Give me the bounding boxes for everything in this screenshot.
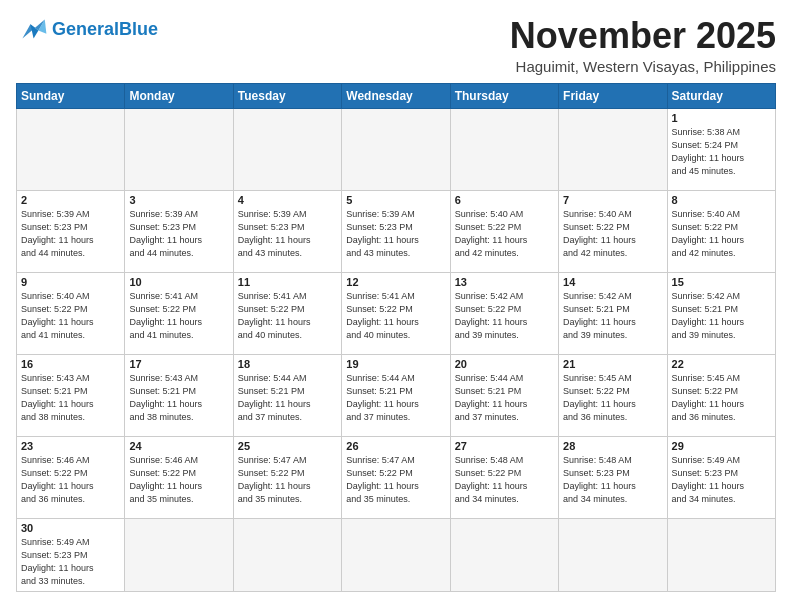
calendar-cell: 25Sunrise: 5:47 AM Sunset: 5:22 PM Dayli… xyxy=(233,436,341,518)
calendar-cell: 28Sunrise: 5:48 AM Sunset: 5:23 PM Dayli… xyxy=(559,436,667,518)
day-number: 10 xyxy=(129,276,228,288)
calendar-cell: 9Sunrise: 5:40 AM Sunset: 5:22 PM Daylig… xyxy=(17,272,125,354)
calendar-cell: 6Sunrise: 5:40 AM Sunset: 5:22 PM Daylig… xyxy=(450,190,558,272)
day-number: 22 xyxy=(672,358,771,370)
day-number: 1 xyxy=(672,112,771,124)
day-number: 24 xyxy=(129,440,228,452)
calendar-week-6: 30Sunrise: 5:49 AM Sunset: 5:23 PM Dayli… xyxy=(17,518,776,591)
day-number: 19 xyxy=(346,358,445,370)
day-info: Sunrise: 5:44 AM Sunset: 5:21 PM Dayligh… xyxy=(238,372,337,424)
day-info: Sunrise: 5:39 AM Sunset: 5:23 PM Dayligh… xyxy=(129,208,228,260)
day-info: Sunrise: 5:40 AM Sunset: 5:22 PM Dayligh… xyxy=(455,208,554,260)
calendar-week-3: 9Sunrise: 5:40 AM Sunset: 5:22 PM Daylig… xyxy=(17,272,776,354)
calendar-cell xyxy=(125,108,233,190)
weekday-header-sunday: Sunday xyxy=(17,83,125,108)
day-info: Sunrise: 5:47 AM Sunset: 5:22 PM Dayligh… xyxy=(238,454,337,506)
calendar-cell: 22Sunrise: 5:45 AM Sunset: 5:22 PM Dayli… xyxy=(667,354,775,436)
day-number: 6 xyxy=(455,194,554,206)
day-number: 8 xyxy=(672,194,771,206)
calendar-cell: 21Sunrise: 5:45 AM Sunset: 5:22 PM Dayli… xyxy=(559,354,667,436)
day-info: Sunrise: 5:42 AM Sunset: 5:22 PM Dayligh… xyxy=(455,290,554,342)
day-info: Sunrise: 5:40 AM Sunset: 5:22 PM Dayligh… xyxy=(672,208,771,260)
calendar-cell: 7Sunrise: 5:40 AM Sunset: 5:22 PM Daylig… xyxy=(559,190,667,272)
day-number: 2 xyxy=(21,194,120,206)
day-info: Sunrise: 5:44 AM Sunset: 5:21 PM Dayligh… xyxy=(455,372,554,424)
calendar-cell: 20Sunrise: 5:44 AM Sunset: 5:21 PM Dayli… xyxy=(450,354,558,436)
calendar-cell: 24Sunrise: 5:46 AM Sunset: 5:22 PM Dayli… xyxy=(125,436,233,518)
calendar-cell: 2Sunrise: 5:39 AM Sunset: 5:23 PM Daylig… xyxy=(17,190,125,272)
calendar-cell xyxy=(342,518,450,591)
day-number: 15 xyxy=(672,276,771,288)
day-info: Sunrise: 5:40 AM Sunset: 5:22 PM Dayligh… xyxy=(21,290,120,342)
calendar-cell: 30Sunrise: 5:49 AM Sunset: 5:23 PM Dayli… xyxy=(17,518,125,591)
weekday-header-tuesday: Tuesday xyxy=(233,83,341,108)
day-info: Sunrise: 5:43 AM Sunset: 5:21 PM Dayligh… xyxy=(21,372,120,424)
calendar-week-2: 2Sunrise: 5:39 AM Sunset: 5:23 PM Daylig… xyxy=(17,190,776,272)
calendar-cell: 27Sunrise: 5:48 AM Sunset: 5:22 PM Dayli… xyxy=(450,436,558,518)
calendar-cell xyxy=(233,518,341,591)
day-number: 11 xyxy=(238,276,337,288)
logo-area: GeneralBlue xyxy=(16,16,158,42)
calendar-cell: 13Sunrise: 5:42 AM Sunset: 5:22 PM Dayli… xyxy=(450,272,558,354)
calendar-cell: 11Sunrise: 5:41 AM Sunset: 5:22 PM Dayli… xyxy=(233,272,341,354)
day-info: Sunrise: 5:39 AM Sunset: 5:23 PM Dayligh… xyxy=(21,208,120,260)
calendar-cell xyxy=(450,108,558,190)
day-info: Sunrise: 5:40 AM Sunset: 5:22 PM Dayligh… xyxy=(563,208,662,260)
day-info: Sunrise: 5:39 AM Sunset: 5:23 PM Dayligh… xyxy=(346,208,445,260)
weekday-header-thursday: Thursday xyxy=(450,83,558,108)
logo: GeneralBlue xyxy=(16,16,158,42)
weekday-header-monday: Monday xyxy=(125,83,233,108)
calendar-cell xyxy=(125,518,233,591)
day-number: 23 xyxy=(21,440,120,452)
page: GeneralBlue November 2025 Haguimit, West… xyxy=(0,0,792,602)
day-number: 29 xyxy=(672,440,771,452)
day-info: Sunrise: 5:48 AM Sunset: 5:22 PM Dayligh… xyxy=(455,454,554,506)
day-info: Sunrise: 5:46 AM Sunset: 5:22 PM Dayligh… xyxy=(21,454,120,506)
calendar-cell: 8Sunrise: 5:40 AM Sunset: 5:22 PM Daylig… xyxy=(667,190,775,272)
weekday-header-friday: Friday xyxy=(559,83,667,108)
logo-icon xyxy=(16,16,48,42)
day-number: 28 xyxy=(563,440,662,452)
logo-general: General xyxy=(52,19,119,39)
calendar-cell: 29Sunrise: 5:49 AM Sunset: 5:23 PM Dayli… xyxy=(667,436,775,518)
day-info: Sunrise: 5:38 AM Sunset: 5:24 PM Dayligh… xyxy=(672,126,771,178)
day-number: 25 xyxy=(238,440,337,452)
day-number: 30 xyxy=(21,522,120,534)
weekday-header-row: SundayMondayTuesdayWednesdayThursdayFrid… xyxy=(17,83,776,108)
weekday-header-wednesday: Wednesday xyxy=(342,83,450,108)
calendar-cell xyxy=(17,108,125,190)
calendar-cell: 26Sunrise: 5:47 AM Sunset: 5:22 PM Dayli… xyxy=(342,436,450,518)
calendar-cell: 10Sunrise: 5:41 AM Sunset: 5:22 PM Dayli… xyxy=(125,272,233,354)
calendar-week-5: 23Sunrise: 5:46 AM Sunset: 5:22 PM Dayli… xyxy=(17,436,776,518)
calendar-cell: 18Sunrise: 5:44 AM Sunset: 5:21 PM Dayli… xyxy=(233,354,341,436)
day-number: 18 xyxy=(238,358,337,370)
day-info: Sunrise: 5:39 AM Sunset: 5:23 PM Dayligh… xyxy=(238,208,337,260)
logo-blue: Blue xyxy=(119,19,158,39)
calendar-cell: 16Sunrise: 5:43 AM Sunset: 5:21 PM Dayli… xyxy=(17,354,125,436)
day-number: 4 xyxy=(238,194,337,206)
calendar-cell: 12Sunrise: 5:41 AM Sunset: 5:22 PM Dayli… xyxy=(342,272,450,354)
day-number: 9 xyxy=(21,276,120,288)
day-info: Sunrise: 5:45 AM Sunset: 5:22 PM Dayligh… xyxy=(672,372,771,424)
day-info: Sunrise: 5:49 AM Sunset: 5:23 PM Dayligh… xyxy=(21,536,120,588)
day-number: 16 xyxy=(21,358,120,370)
calendar-cell: 19Sunrise: 5:44 AM Sunset: 5:21 PM Dayli… xyxy=(342,354,450,436)
day-info: Sunrise: 5:44 AM Sunset: 5:21 PM Dayligh… xyxy=(346,372,445,424)
day-number: 26 xyxy=(346,440,445,452)
day-number: 3 xyxy=(129,194,228,206)
calendar-week-4: 16Sunrise: 5:43 AM Sunset: 5:21 PM Dayli… xyxy=(17,354,776,436)
location: Haguimit, Western Visayas, Philippines xyxy=(510,58,776,75)
calendar-cell: 14Sunrise: 5:42 AM Sunset: 5:21 PM Dayli… xyxy=(559,272,667,354)
day-number: 27 xyxy=(455,440,554,452)
day-info: Sunrise: 5:42 AM Sunset: 5:21 PM Dayligh… xyxy=(563,290,662,342)
calendar-week-1: 1Sunrise: 5:38 AM Sunset: 5:24 PM Daylig… xyxy=(17,108,776,190)
title-area: November 2025 Haguimit, Western Visayas,… xyxy=(510,16,776,75)
calendar: SundayMondayTuesdayWednesdayThursdayFrid… xyxy=(16,83,776,592)
logo-text: GeneralBlue xyxy=(52,20,158,38)
calendar-cell: 4Sunrise: 5:39 AM Sunset: 5:23 PM Daylig… xyxy=(233,190,341,272)
day-number: 17 xyxy=(129,358,228,370)
day-number: 21 xyxy=(563,358,662,370)
calendar-cell xyxy=(233,108,341,190)
calendar-cell: 23Sunrise: 5:46 AM Sunset: 5:22 PM Dayli… xyxy=(17,436,125,518)
weekday-header-saturday: Saturday xyxy=(667,83,775,108)
